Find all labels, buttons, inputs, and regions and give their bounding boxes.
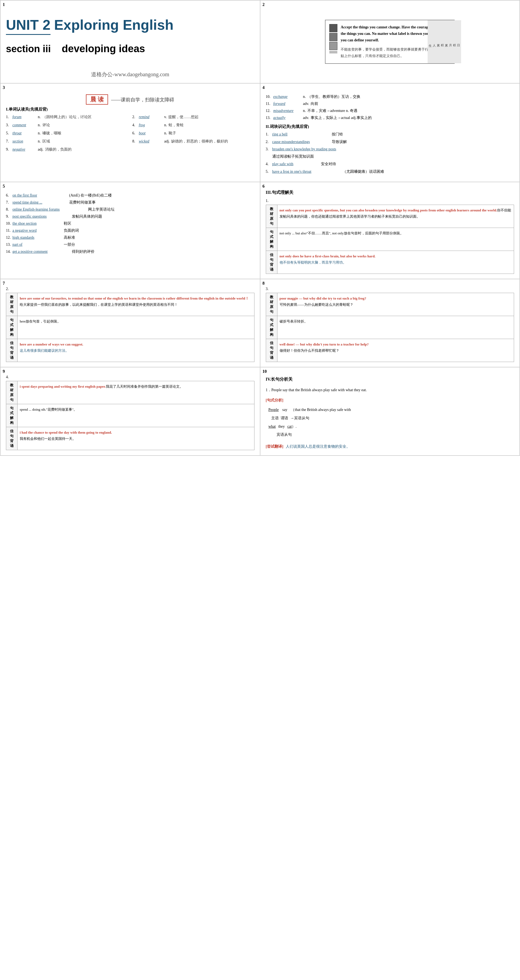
td-label-yuanju-4: 教材原句 (6, 381, 17, 404)
analysis-tag: [句式分析] (266, 396, 514, 404)
td-label-yuanju-3: 教材原句 (266, 293, 277, 316)
phrase-2: 2. cause misunderstandings 导致误解 (266, 140, 514, 144)
cell-number-9: 9 (3, 369, 5, 374)
trans-section: [尝试翻译] 人们说英国人总是很注意食物的安全。 (266, 443, 514, 450)
td-content-jiaju-1: not only does he have a first-class brai… (277, 251, 514, 274)
cell-3: 3 晨 读 ——课前自学，扫除读文障碍 I.单词认读关(先填后背) 1. for… (0, 83, 260, 182)
sentence-table-3: 教材原句 poor maggie — but why did she try t… (266, 293, 514, 362)
cell-number-7: 7 (3, 281, 5, 286)
phrase-9: 9. post specific questions 发帖问具体的问题 (6, 214, 254, 219)
td-content-yuanju-4: i spent days preparing and writing my fi… (17, 381, 254, 404)
sent1-num: 1. (266, 199, 514, 203)
vocab-item-2: 2. remind v. 提醒，使……想起 (132, 115, 254, 119)
td-label-yuanju-1: 教材原句 (266, 205, 277, 228)
td-content-jujie-2: here放在句首，引起倒装。 (17, 316, 254, 339)
sentence-table-1: 教材原句 not only can you post specific ques… (266, 205, 514, 274)
cell-7: 7 2. 教材原句 here are some of our favourite… (0, 279, 260, 367)
vocab-item-9: 9. negative adj. 消极的，负面的 (6, 147, 128, 152)
vocab-12: 12. misadventure n. 不幸，灾难→adventure n. 奇… (266, 108, 514, 113)
cell-number-5: 5 (3, 184, 5, 189)
td-label-jiaju-1: 佳句背诵 (266, 251, 277, 274)
td-content-jujie-4: spend ... doing sth."花费时间做某事"。 (17, 404, 254, 427)
cell-number-4: 4 (263, 85, 265, 90)
longsent-header: IV.长句分析关 (266, 375, 514, 383)
td-label-jiaju-4: 佳句背诵 (6, 427, 17, 450)
phrase-1: 1. ring a bell 按门铃 (266, 132, 514, 137)
phrase-7: 7. spend time doing ... 花费时间做某事 (6, 200, 254, 205)
section-iii-title: section iii developing ideas (6, 43, 254, 55)
cell-number-6: 6 (263, 184, 265, 189)
unit-title: UNIT 2 (6, 17, 51, 35)
cell-9: 9 4. 教材原句 i spent days preparing and wri… (0, 367, 260, 455)
cell-number-10: 10 (263, 369, 267, 374)
trans-cn: 人们说英国人总是很注意食物的安全。 (286, 444, 350, 449)
phrase-11: 11. a negative word 负面的词 (6, 228, 254, 233)
cell-4: 4 10. exchange n. （学生、教师等的）互访，交换 11. for… (260, 83, 520, 182)
cell-number-1: 1 (3, 2, 5, 7)
website-label: 道格办公-www.daogebangong.com (6, 71, 254, 78)
cell-8: 8 3. 教材原句 poor maggie — but why did she … (260, 279, 520, 367)
analysis-content: People say （that the British always play… (268, 406, 514, 439)
vocab-item-8: 8. wicked adj. 缺德的，邪恶的；很棒的，极好的 (132, 139, 254, 144)
quote-icon-3 (329, 42, 338, 50)
sent2-num: 2. (6, 287, 254, 291)
td-label-jujie-4: 句式解构 (6, 404, 17, 427)
cell-number-3: 3 (3, 85, 5, 90)
chendu-title: 晨 读 (86, 94, 108, 105)
cell-10: 10 IV.长句分析关 1．People say that the Britis… (260, 367, 520, 455)
td-label-jujie-1: 句式解构 (266, 228, 277, 251)
phrase-10: 10. the shoe section 鞋区 (6, 221, 254, 226)
phrase-8: 8. online English-learning forums 网上学英语论… (6, 207, 254, 212)
td-content-yuanju-1: not only can you post specific questions… (277, 205, 514, 228)
vocab-item-6: 6. boot n. 靴子 (132, 131, 254, 136)
td-content-yuanju-2: here are some of our favourites, to remi… (17, 293, 254, 316)
vocab-item-1: 1. forum n. （因特网上的）论坛，讨论区 (6, 115, 128, 119)
section-iii-header: III.句式理解关 (266, 190, 514, 196)
td-label-jujie-2: 句式解构 (6, 316, 17, 339)
cell-number-2: 2 (263, 2, 265, 7)
phrase-12: 12. high standards 高标准 (6, 235, 254, 240)
phrase-3-def: 通过阅读帖子拓宽知识面 (266, 154, 514, 159)
quote-icon-2 (329, 33, 338, 41)
td-content-jiaju-4: i had the chance to spend the day with t… (17, 427, 254, 450)
vocab-item-3: 3. comment n. 评论 (6, 123, 128, 127)
chendu-subtitle: ——课前自学，扫除读文障碍 (111, 97, 174, 102)
cell-1: 1 UNIT 2 Exploring English section iii d… (0, 0, 260, 83)
phrase-13: 13. part of 一部分 (6, 242, 254, 247)
cell-2: 2 Accept the things you cannot change. H… (260, 0, 520, 83)
vocab-item-5: 5. throat n. 嗓咙，咽喉 (6, 131, 128, 136)
td-label-jujie-3: 句式解构 (266, 316, 277, 339)
vocab-11: 11. forward adv. 向前 (266, 101, 514, 106)
phrase-4: 4. play safe with 安全对待 (266, 162, 514, 167)
section-header-vocab: I.单词认读关(先填后背) (6, 107, 254, 112)
vocab-item-7: 7. section n. 区域 (6, 139, 128, 144)
sentence-table-4: 教材原句 i spent days preparing and writing … (6, 381, 254, 450)
td-content-yuanju-3: poor maggie — but why did she try to eat… (277, 293, 514, 316)
vocab-item-4: 4. frog n. 蛙，青蛙 (132, 123, 254, 127)
longsent-intro: 1．People say that the British always pla… (266, 386, 514, 394)
td-label-yuanju-2: 教材原句 (6, 293, 17, 316)
vocab-13: 13. actually adv. 事实上，实际上→actual adj.事实上… (266, 115, 514, 120)
side-label: 日积月累积累人生 (428, 20, 461, 63)
phrase-6: 6. on the first floor (AmE) 在一楼(BrE)在二楼 (6, 193, 254, 198)
td-label-jiaju-2: 佳句背诵 (6, 339, 17, 362)
td-content-jujie-3: 破折号表示转折。 (277, 316, 514, 339)
sentence-table-2: 教材原句 here are some of our favourites, to… (6, 293, 254, 362)
td-label-jiaju-3: 佳句背诵 (266, 339, 277, 362)
td-content-jiaju-2: here are a number of ways we can suggest… (17, 339, 254, 362)
phrase-14: 14. get a positive comment 得到好的评价 (6, 249, 254, 254)
vocab-10: 10. exchange n. （学生、教师等的）互访，交换 (266, 94, 514, 99)
sent3-num: 3. (266, 287, 514, 291)
quote-icon-1 (329, 24, 338, 32)
td-content-jiaju-3: well done! — but why didn't you turn to … (277, 339, 514, 362)
cell-6: 6 III.句式理解关 1. 教材原句 not only can you pos… (260, 182, 520, 279)
td-content-jujie-1: not only ... but also"不但……而且", not only放… (277, 228, 514, 251)
phrase-3: 3. broaden one's knowledge by reading po… (266, 147, 514, 151)
sent4-num: 4. (6, 375, 254, 379)
cell-5: 5 6. on the first floor (AmE) 在一楼(BrE)在二… (0, 182, 260, 279)
unit-exploring-english: Exploring English (54, 17, 173, 33)
phrase-5: 5. have a frog in one's throat （尤因嗓咙痛）说话… (266, 169, 514, 174)
phrase-section-header: II.词块识记关(先填后背) (266, 124, 514, 129)
cell-number-8: 8 (263, 281, 265, 286)
trans-tag: [尝试翻译] (266, 444, 283, 449)
